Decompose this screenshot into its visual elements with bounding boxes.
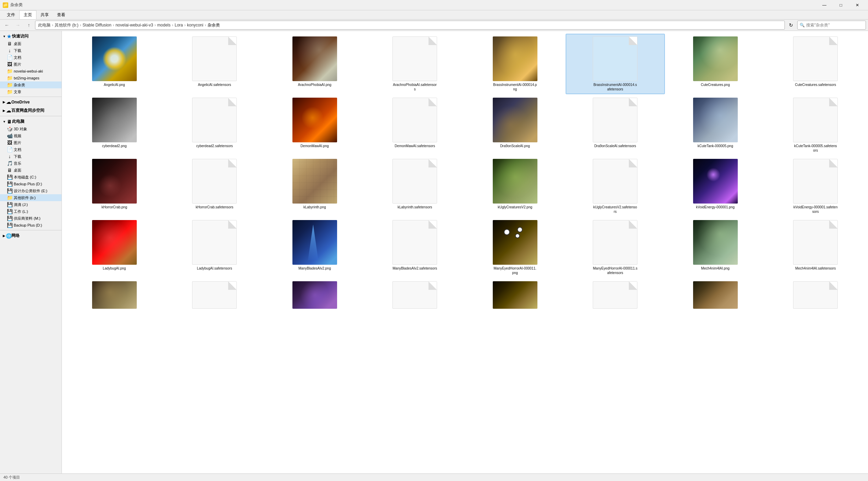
sidebar-item-articles[interactable]: 📁文章 <box>0 88 62 95</box>
file-item-brass-png[interactable]: BrassInstrumentAI-000014.png <box>465 34 565 94</box>
thispc-expand-icon: ▼ <box>3 120 6 123</box>
sidebar-item-desk[interactable]: 🖥桌面 <box>0 167 62 174</box>
file-item-manyeyed-safe[interactable]: ManyEyedHorrorAI-000011.safetensors <box>566 217 665 278</box>
file-item-row5c-png[interactable] <box>465 278 565 313</box>
file-item-kvoid-safe[interactable]: kVoidEnergy-000001.safetensors <box>766 156 866 217</box>
crumb-pc[interactable]: 此电脑 <box>38 22 51 28</box>
file-item-cute-safe[interactable]: CuteCreatures.safetensors <box>766 34 866 94</box>
file-item-arachno-png[interactable]: ArachnoPhobiaAI.png <box>265 34 365 94</box>
sidebar-item-desktop[interactable]: 🖥桌面 <box>0 40 62 47</box>
crumb-other[interactable]: 其他软件 (b:) <box>55 22 78 28</box>
sidebar-item-driveD[interactable]: 💾Backup Plus (D:) <box>0 181 62 187</box>
file-item-manyblades-png[interactable]: ManyBladesAIv2.png <box>265 217 365 278</box>
sidebar-item-txt2img[interactable]: 📁txt2img-images <box>0 75 62 81</box>
ribbon-tab-file[interactable]: 文件 <box>3 10 19 19</box>
file-item-manyeyed-png[interactable]: ManyEyedHorrorAI-000011.png <box>465 217 565 278</box>
file-item-mech4nim-png[interactable]: Mech4nim4lAI.png <box>666 217 765 278</box>
minimize-button[interactable]: — <box>816 0 832 10</box>
sidebar-header-baidu[interactable]: ▶ ☁ 百度网盘同步空间 <box>0 107 62 114</box>
file-item-row5b-png[interactable] <box>265 278 365 313</box>
sidebar-item-driveM[interactable]: 💾供应商资料 (M:) <box>0 215 62 222</box>
sidebar-item-images[interactable]: 🖼图片 <box>0 139 62 146</box>
sidebar-item-docs[interactable]: 📄文档 <box>0 54 62 61</box>
sidebar-item-driveC[interactable]: 💾本地磁盘 (C:) <box>0 174 62 181</box>
file-item-kcutetank-png[interactable]: kCuteTank-000005.png <box>666 95 765 155</box>
file-item-dragon-png[interactable]: Dra9onScaleAI.png <box>465 95 565 155</box>
file-item-mech4nim-safe[interactable]: Mech4nim4lAI.safetensors <box>766 217 866 278</box>
file-name-angelic-png: AngelicAI.png <box>104 83 125 87</box>
crumb-novelai[interactable]: novelai-webui-aki-v3 <box>115 23 153 28</box>
close-button[interactable]: ✕ <box>849 0 865 10</box>
sidebar-item-dl[interactable]: ↓下载 <box>0 153 62 160</box>
network-label: 网络 <box>11 233 20 239</box>
maximize-button[interactable]: □ <box>833 0 849 10</box>
file-item-row5a-safe[interactable] <box>165 278 265 313</box>
sidebar-item-misc[interactable]: 📁杂余类 <box>0 81 62 88</box>
file-thumbnail-blank-12 <box>793 159 838 204</box>
sidebar-header-thispc[interactable]: ▼ 🖥 此电脑 <box>0 118 62 125</box>
file-item-cute-png[interactable]: CuteCreatures.png <box>666 34 765 94</box>
ribbon-tab-view[interactable]: 查看 <box>53 10 69 19</box>
file-item-khorror-png[interactable]: kHorrorCrab.png <box>65 156 164 217</box>
file-item-dragon-safe[interactable]: Dra9onScaleAI.safetensors <box>566 95 665 155</box>
file-thumbnail-brass <box>493 36 537 81</box>
sidebar-item-driveD2[interactable]: 💾Backup Plus (D:) <box>0 222 62 229</box>
up-button[interactable]: ↑ <box>24 21 34 30</box>
forward-button[interactable]: → <box>13 21 23 30</box>
file-item-angelic-png[interactable]: AngelicAI.png <box>65 34 164 94</box>
file-thumbnail-blank-6 <box>392 98 437 142</box>
file-item-kcutetank-safe[interactable]: kCuteTank-000005.safetensors <box>766 95 866 155</box>
sidebar-item-downloads[interactable]: ↓下载 <box>0 47 62 54</box>
file-item-ladybug-safe[interactable]: LadybugAI.safetensors <box>165 217 265 278</box>
sidebar-item-music[interactable]: 🎵音乐 <box>0 160 62 167</box>
file-item-kugly-png[interactable]: kUglyCreaturesV2.png <box>465 156 565 217</box>
sidebar-item-driveJ[interactable]: 💾滴滴 (J:) <box>0 201 62 208</box>
file-item-klabyrinth-safe[interactable]: kLabyrinth.safetensors <box>365 156 465 217</box>
file-item-row5d-png[interactable] <box>666 278 765 313</box>
ribbon-tab-home[interactable]: 主页 <box>19 10 36 19</box>
sidebar-item-documents[interactable]: 📄文档 <box>0 146 62 153</box>
address-bar[interactable]: 此电脑 › 其他软件 (b:) › Stable Diffusion › nov… <box>35 21 785 30</box>
sidebar-header-network[interactable]: ▶ 🌐 网络 <box>0 232 62 240</box>
file-item-kvoid-png[interactable]: kVoidEnergy-000001.png <box>666 156 765 217</box>
crumb-sd[interactable]: Stable Diffusion <box>82 23 111 28</box>
file-name-cute-png: CuteCreatures.png <box>701 83 730 87</box>
sidebar-header-onedrive[interactable]: ▶ ☁ OneDrive <box>0 98 62 106</box>
file-item-row5d-safe[interactable] <box>766 278 866 313</box>
file-item-demonmaw-safe[interactable]: DemonMawAI.safetensors <box>365 95 465 155</box>
sidebar-item-driveB[interactable]: 📁其他软件 (b:) <box>0 194 62 201</box>
sidebar-section-onedrive: ▶ ☁ OneDrive <box>0 98 62 106</box>
sidebar-item-3d[interactable]: 🎲3D 对象 <box>0 125 62 132</box>
crumb-konyconi[interactable]: konyconi <box>187 23 203 28</box>
refresh-button[interactable]: ↻ <box>786 21 796 30</box>
file-item-row5a-png[interactable] <box>65 278 164 313</box>
ribbon-tab-share[interactable]: 共享 <box>36 10 53 19</box>
file-item-row5b-safe[interactable] <box>365 278 465 313</box>
file-item-row5c-safe[interactable] <box>566 278 665 313</box>
file-item-cyberdead-safe[interactable]: cyberdead2.safetensors <box>165 95 265 155</box>
file-item-kugly-safe[interactable]: kUglyCreaturesV2.safetensors <box>566 156 665 217</box>
sidebar-item-driveL[interactable]: 💾工作 (L:) <box>0 208 62 215</box>
file-item-manyblades-safe[interactable]: ManyBladesAIv2.safetensors <box>365 217 465 278</box>
back-button[interactable]: ← <box>2 21 12 30</box>
file-thumbnail-blank-9 <box>192 159 237 204</box>
file-item-khorror-safe[interactable]: kHorrorCrab.safetensors <box>165 156 265 217</box>
search-input[interactable] <box>806 23 864 28</box>
search-box[interactable]: 🔍 <box>797 21 866 30</box>
file-item-demonmaw-png[interactable]: DemonMawAI.png <box>265 95 365 155</box>
sidebar-item-video[interactable]: 📹视频 <box>0 132 62 139</box>
sidebar-header-quick[interactable]: ▼ ★ 快速访问 <box>0 32 62 40</box>
sidebar-item-driveE[interactable]: 💾设计办公类软件 (E:) <box>0 187 62 194</box>
file-item-brass-safe[interactable]: BrassInstrumentAI-000014.safetensors <box>566 34 665 94</box>
crumb-lora[interactable]: Lora <box>175 23 183 28</box>
file-item-ladybug-png[interactable]: LadybugAI.png <box>65 217 164 278</box>
file-item-angelic-safe[interactable]: AngelicAI.safetensors <box>165 34 265 94</box>
file-item-cyberdead-png[interactable]: cyberdead2.png <box>65 95 164 155</box>
baidu-icon: ☁ <box>6 108 11 113</box>
file-thumbnail-blank-15 <box>593 220 637 265</box>
sidebar-item-pictures[interactable]: 🖼图片 <box>0 61 62 68</box>
file-item-arachno-safe[interactable]: ArachnoPhobiaAI.safetensors <box>365 34 465 94</box>
crumb-models[interactable]: models <box>157 23 171 28</box>
sidebar-item-novelai[interactable]: 📁novelai-webui-aki <box>0 68 62 75</box>
file-item-klabyrinth-png[interactable]: kLabyrinth.png <box>265 156 365 217</box>
